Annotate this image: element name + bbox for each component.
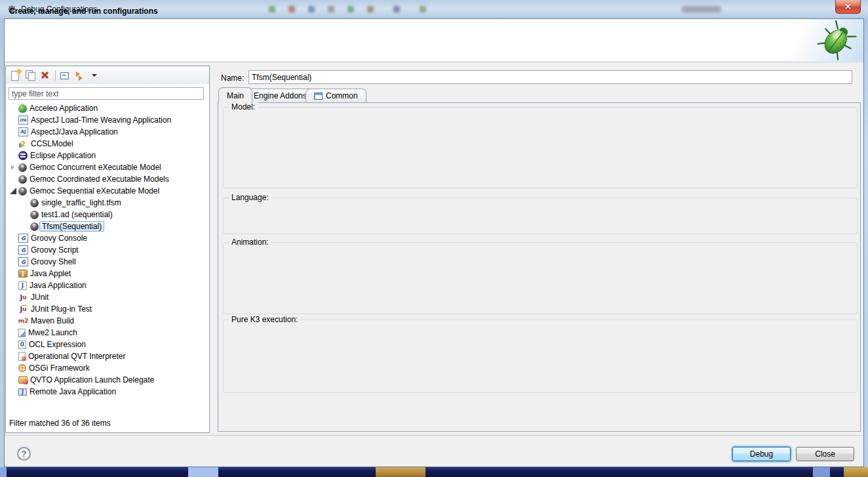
tab-main[interactable]: Main xyxy=(218,87,252,103)
tree-item-label: Groovy Shell xyxy=(29,257,78,267)
tree-item[interactable]: Eclipse Application xyxy=(7,150,207,161)
aspectj-ltw-icon xyxy=(18,115,28,125)
gemoc-icon xyxy=(18,175,27,184)
language-group-title: Language: xyxy=(229,193,271,202)
tree-item[interactable]: QVTO Application Launch Delegate xyxy=(7,374,207,386)
osgi-icon xyxy=(18,364,26,372)
tree-item[interactable]: Acceleo Application xyxy=(7,102,207,114)
junit-plugin-icon xyxy=(18,304,28,314)
help-button[interactable]: ? xyxy=(17,447,31,461)
expander-spacer xyxy=(21,222,29,230)
config-tree: Acceleo ApplicationAspectJ Load-Time Wea… xyxy=(7,102,207,412)
tree-item[interactable]: AspectJ Load-Time Weaving Application xyxy=(7,114,207,126)
tree-item-label: Mwe2 Launch xyxy=(26,327,79,338)
qvto-icon xyxy=(18,376,28,384)
ocl-icon xyxy=(18,341,26,349)
tree-item-label: JUnit Plug-in Test xyxy=(29,304,94,314)
groovy-icon xyxy=(18,257,28,266)
tree-item[interactable]: Tfsm(Sequential) xyxy=(7,220,207,232)
delete-config-icon[interactable] xyxy=(40,70,51,81)
tree-item[interactable]: JUnit Plug-in Test xyxy=(7,303,207,315)
tree-item-label: QVTO Application Launch Delegate xyxy=(28,375,156,385)
taskbar-segment xyxy=(813,467,830,477)
debug-button[interactable]: Debug xyxy=(732,447,791,461)
gemoc-icon xyxy=(30,211,39,219)
ccsl-icon xyxy=(18,139,28,148)
tree-item-label: AspectJ/Java Application xyxy=(29,127,120,137)
close-button[interactable]: Close xyxy=(796,447,854,461)
tree-item[interactable]: test1.ad (sequential) xyxy=(7,209,207,220)
tree-item-label: single_traffic_light.tfsm xyxy=(39,197,123,208)
tab-common[interactable]: Common xyxy=(306,89,366,102)
tree-item-label: test1.ad (sequential) xyxy=(39,209,115,220)
tree-item-label: Java Applet xyxy=(28,268,73,279)
expander-spacer xyxy=(9,270,17,278)
expander-spacer xyxy=(9,140,17,148)
close-window-button[interactable]: × xyxy=(835,0,861,14)
tree-item[interactable]: Java Applet xyxy=(7,268,207,280)
tree-item-label: Gemoc Concurrent eXecutable Model xyxy=(28,162,163,173)
tree-item[interactable]: OCL Expression xyxy=(7,339,207,350)
tree-item-label: Operational QVT Interpreter xyxy=(26,351,128,362)
tab-engine-addons[interactable]: Engine Addons xyxy=(245,89,315,102)
expander-spacer xyxy=(9,376,17,384)
gemoc-icon xyxy=(18,163,27,172)
expander-expanded-icon[interactable] xyxy=(9,187,17,195)
expander-spacer xyxy=(9,128,17,136)
tree-item[interactable]: single_traffic_light.tfsm xyxy=(7,197,207,209)
animation-group: Animation: xyxy=(223,242,858,314)
java-applet-icon xyxy=(18,270,28,278)
tree-item[interactable]: Java Application xyxy=(7,280,207,291)
collapse-all-icon[interactable] xyxy=(60,70,71,81)
expander-spacer xyxy=(9,104,17,112)
tree-item[interactable]: Remote Java Application xyxy=(7,386,207,398)
tree-item-label: JUnit xyxy=(29,292,50,302)
groovy-icon xyxy=(18,234,28,243)
filter-launch-icon[interactable] xyxy=(75,70,86,81)
dialog-header xyxy=(5,19,863,62)
tree-item[interactable]: AspectJ/Java Application xyxy=(7,126,207,138)
k3-execution-group: Pure K3 execution: xyxy=(223,320,858,393)
tree-item[interactable]: Groovy Shell xyxy=(7,256,207,268)
tree-item[interactable]: CCSLModel xyxy=(7,138,207,150)
tab-engine-addons-label: Engine Addons xyxy=(254,91,307,100)
tree-item-label: Acceleo Application xyxy=(28,103,100,114)
tree-item[interactable]: Gemoc Concurrent eXecutable Model xyxy=(7,161,207,173)
tree-item[interactable]: Gemoc Coordinated eXecutable Models xyxy=(7,173,207,185)
toolbar-separator xyxy=(55,70,56,81)
expander-spacer xyxy=(9,341,17,348)
duplicate-config-icon[interactable] xyxy=(25,70,36,81)
name-input[interactable] xyxy=(248,70,852,84)
tree-item[interactable]: Maven Build xyxy=(7,315,207,327)
tree-item[interactable]: Groovy Script xyxy=(7,244,207,256)
tab-common-label: Common xyxy=(326,91,358,100)
expander-collapsed-icon[interactable] xyxy=(9,163,17,171)
tree-item-label: Eclipse Application xyxy=(28,150,98,161)
tree-item-label: Maven Build xyxy=(29,316,76,326)
expander-spacer xyxy=(9,152,17,159)
animation-group-title: Animation: xyxy=(229,238,271,247)
qvt-icon xyxy=(18,352,26,361)
expander-spacer xyxy=(9,116,17,124)
tree-item[interactable]: Gemoc Sequential eXecutable Model xyxy=(7,185,207,197)
remote-java-icon xyxy=(18,388,27,396)
eclipse-icon xyxy=(18,151,28,160)
footer-separator xyxy=(5,435,863,436)
debug-configurations-dialog: Debug Configurations × Create, manage, a… xyxy=(0,0,868,477)
aspectj-java-icon xyxy=(18,127,28,136)
tree-item[interactable]: Mwe2 Launch xyxy=(7,327,207,339)
tree-item[interactable]: Operational QVT Interpreter xyxy=(7,350,207,362)
tree-item-label: CCSLModel xyxy=(29,138,75,149)
filter-input[interactable] xyxy=(9,87,204,100)
taskbar-segment xyxy=(188,467,218,477)
expander-spacer xyxy=(9,352,17,360)
dialog-header-title: Create, manage, and run configurations xyxy=(9,7,158,16)
sidebar-toolbar xyxy=(6,66,209,84)
toolbar-menu-dropdown-icon[interactable] xyxy=(90,70,101,81)
tree-item[interactable]: OSGi Framework xyxy=(7,362,207,374)
new-config-icon[interactable] xyxy=(10,70,21,81)
tree-item[interactable]: Groovy Console xyxy=(7,232,207,244)
tree-item[interactable]: JUnit xyxy=(7,291,207,303)
tree-item-label: Remote Java Application xyxy=(28,386,118,397)
desktop-taskbar-strip xyxy=(0,467,868,477)
